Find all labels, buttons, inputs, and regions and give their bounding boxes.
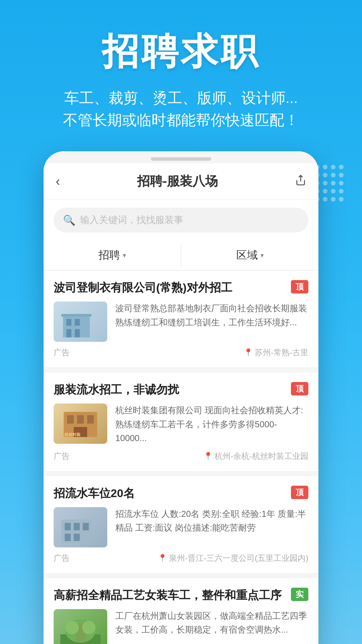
filter-tab-region[interactable]: 区域 ▾ — [181, 240, 318, 270]
svg-rect-16 — [83, 523, 89, 530]
svg-rect-3 — [75, 319, 80, 326]
job-card[interactable]: 招流水车位20名 顶 招流水车位 人数:20名 类别:全职 经验:1年 质量:半… — [44, 476, 318, 573]
job-image — [54, 609, 107, 644]
job-location: 📍 泉州-晋江-三六一度公司(五里工业园内) — [158, 553, 308, 564]
job-list: 波司登制衣有限公司(常熟)对外招工 顶 波司登常熟总部基地制衣厂面向社会招收长期… — [44, 271, 318, 644]
job-card[interactable]: 高薪招全精品工艺女装车工，整件和重点工序 实 工厂在杭州萧山女装园区，做高端全精… — [44, 578, 318, 644]
svg-rect-9 — [77, 415, 84, 424]
svg-rect-14 — [65, 523, 71, 530]
dropdown-arrow-recruit: ▾ — [123, 251, 126, 259]
svg-rect-18 — [74, 534, 80, 541]
job-desc: 招流水车位 人数:20名 类别:全职 经验:1年 质量:半精品 工资:面议 岗位… — [115, 507, 308, 547]
svg-rect-15 — [74, 523, 80, 530]
dropdown-arrow-region: ▾ — [260, 251, 264, 259]
job-desc: 杭丝时装集团有限公司 现面向社会招收精英人才: 熟练缝纫车工若干名，计件多劳多得… — [115, 404, 308, 445]
filter-tabs: 招聘 ▾ 区域 ▾ — [44, 240, 318, 271]
search-bar-container: 🔍 输入关键词，找找服装事 — [44, 200, 318, 240]
search-placeholder-text: 输入关键词，找找服装事 — [80, 214, 183, 226]
job-card-header: 招流水车位20名 顶 — [54, 486, 308, 501]
svg-point-22 — [65, 621, 79, 634]
job-ad-label: 广告 — [54, 451, 70, 462]
job-ad-label: 广告 — [54, 347, 70, 358]
job-card-header: 服装流水招工，非诚勿扰 顶 — [54, 382, 308, 397]
svg-point-23 — [82, 621, 96, 634]
phone-notch — [151, 157, 211, 161]
phone-mockup-wrapper: ‹ 招聘-服装八场 🔍 输入关键词，找找服装事 招聘 ▾ — [0, 145, 362, 644]
location-icon: 📍 — [203, 452, 213, 461]
svg-rect-5 — [75, 329, 80, 337]
job-location: 📍 杭州-余杭-杭丝时装工业园 — [203, 451, 308, 462]
job-image: 杭丝时装 — [54, 404, 107, 444]
job-location: 📍 苏州-常熟-古里 — [244, 347, 308, 358]
job-ad-label: 广告 — [54, 553, 70, 564]
hero-title: 招聘求职 — [20, 27, 342, 77]
svg-text:杭丝时装: 杭丝时装 — [64, 432, 81, 437]
filter-tab-recruit-label: 招聘 — [99, 248, 120, 263]
share-button[interactable] — [295, 174, 306, 189]
hero-subtitle-line1: 车工、裁剪、烫工、版师、设计师... — [20, 87, 342, 109]
svg-rect-6 — [61, 314, 92, 317]
filter-tab-recruit[interactable]: 招聘 ▾ — [44, 240, 181, 270]
job-title: 服装流水招工，非诚勿扰 — [54, 382, 286, 397]
job-card[interactable]: 波司登制衣有限公司(常熟)对外招工 顶 波司登常熟总部基地制衣厂面向社会招收长期… — [44, 271, 318, 367]
svg-rect-8 — [67, 415, 74, 424]
real-badge: 实 — [291, 588, 308, 601]
top-badge: 顶 — [291, 280, 308, 293]
job-card-footer: 广告 📍 杭州-余杭-杭丝时装工业园 — [54, 451, 308, 462]
back-button[interactable]: ‹ — [56, 174, 60, 189]
svg-rect-2 — [66, 319, 71, 326]
location-icon: 📍 — [158, 554, 167, 562]
job-card-header: 波司登制衣有限公司(常熟)对外招工 顶 — [54, 280, 308, 296]
job-desc: 工厂在杭州萧山女装园区，做高端全精品工艺四季女装，工价高，长期稳定，有宿舍空调热… — [115, 609, 308, 644]
top-badge: 顶 — [291, 382, 308, 395]
filter-tab-region-label: 区域 — [236, 248, 258, 263]
phone-mockup: ‹ 招聘-服装八场 🔍 输入关键词，找找服装事 招聘 ▾ — [44, 151, 318, 644]
svg-rect-10 — [87, 415, 94, 424]
job-title: 招流水车位20名 — [54, 486, 286, 501]
phone-top-bar — [44, 151, 318, 163]
job-card-footer: 广告 📍 泉州-晋江-三六一度公司(五里工业园内) — [54, 553, 308, 564]
app-header: ‹ 招聘-服装八场 — [44, 163, 318, 200]
job-card-body: 杭丝时装 杭丝时装集团有限公司 现面向社会招收精英人才: 熟练缝纫车工若干名，计… — [54, 404, 308, 445]
search-icon: 🔍 — [63, 214, 75, 226]
top-badge: 顶 — [291, 486, 308, 499]
job-card-header: 高薪招全精品工艺女装车工，整件和重点工序 实 — [54, 588, 308, 603]
job-image — [54, 507, 107, 547]
svg-rect-17 — [65, 534, 71, 541]
job-title: 波司登制衣有限公司(常熟)对外招工 — [54, 280, 286, 296]
job-image — [54, 302, 107, 342]
job-card-footer: 广告 📍 苏州-常熟-古里 — [54, 347, 308, 358]
job-title: 高薪招全精品工艺女装车工，整件和重点工序 — [54, 588, 286, 603]
location-icon: 📍 — [244, 348, 253, 357]
app-header-title: 招聘-服装八场 — [60, 173, 295, 190]
job-card-body: 工厂在杭州萧山女装园区，做高端全精品工艺四季女装，工价高，长期稳定，有宿舍空调热… — [54, 609, 308, 644]
hero-section: 招聘求职 车工、裁剪、烫工、版师、设计师... 不管长期或临时都能帮你快速匹配！ — [0, 0, 362, 145]
svg-rect-4 — [66, 329, 71, 337]
hero-subtitle-line2: 不管长期或临时都能帮你快速匹配！ — [20, 109, 342, 131]
search-bar[interactable]: 🔍 输入关键词，找找服装事 — [54, 208, 308, 232]
job-card[interactable]: 服装流水招工，非诚勿扰 顶 杭丝时装 杭丝时装集团有限公司 现面向社会招收精英人… — [44, 373, 318, 471]
job-card-body: 波司登常熟总部基地制衣厂面向社会招收长期服装熟练缝纫工和缝纫工培训生，工作生活环… — [54, 302, 308, 342]
job-card-body: 招流水车位 人数:20名 类别:全职 经验:1年 质量:半精品 工资:面议 岗位… — [54, 507, 308, 547]
job-desc: 波司登常熟总部基地制衣厂面向社会招收长期服装熟练缝纫工和缝纫工培训生，工作生活环… — [115, 302, 308, 342]
